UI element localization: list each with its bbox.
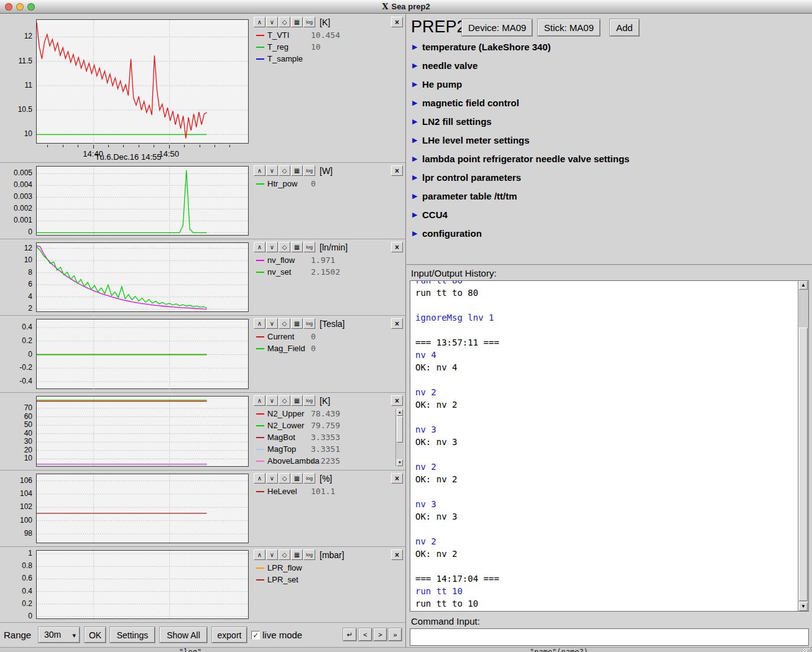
- section-ccu4[interactable]: ▶CCU4: [407, 209, 812, 224]
- chart-unit-label: [ln/min]: [320, 242, 348, 252]
- settings-button[interactable]: Settings: [110, 627, 155, 643]
- legend-color-dash: [256, 58, 264, 60]
- chart-close-button[interactable]: ×: [391, 549, 403, 560]
- y-axis-label: 0.002: [0, 204, 32, 213]
- nav-right-button[interactable]: >: [374, 628, 387, 641]
- chart-autoscale-button[interactable]: ◇: [279, 17, 290, 27]
- pane-divider[interactable]: [407, 264, 812, 265]
- window-titlebar[interactable]: XSea prep2: [0, 0, 812, 14]
- chart-scale-down-button[interactable]: ∨: [266, 549, 278, 560]
- chart-scale-down-button[interactable]: ∨: [266, 318, 278, 329]
- chart-log-button[interactable]: log: [303, 549, 315, 560]
- range-dropdown[interactable]: 30m ▾: [39, 627, 80, 643]
- chart-scale-down-button[interactable]: ∨: [266, 165, 278, 176]
- x-axis-tick: [154, 145, 154, 147]
- ok-button[interactable]: OK: [85, 627, 106, 643]
- chart-log-button[interactable]: log: [303, 17, 315, 27]
- chart-grid-button[interactable]: ▦: [291, 17, 303, 27]
- section-configuration[interactable]: ▶configuration: [407, 227, 812, 242]
- window-title: XSea prep2: [0, 0, 812, 13]
- chart-autoscale-button[interactable]: ◇: [279, 165, 290, 176]
- chart-autoscale-button[interactable]: ◇: [279, 473, 290, 484]
- chart-log-button[interactable]: log: [303, 242, 315, 252]
- chart-scale-down-button[interactable]: ∨: [266, 17, 278, 27]
- chart-grid-button[interactable]: ▦: [291, 395, 303, 406]
- section-lpr-control-parameters[interactable]: ▶lpr control parameters: [407, 172, 812, 186]
- chart-autoscale-button[interactable]: ◇: [279, 549, 290, 560]
- chart-scale-up-button[interactable]: ∧: [254, 17, 265, 27]
- chart-scale-down-button[interactable]: ∨: [266, 242, 278, 252]
- chart-plot-area[interactable]: [36, 242, 249, 312]
- chart-autoscale-button[interactable]: ◇: [279, 395, 290, 406]
- chart-canvas: [37, 319, 249, 390]
- chart-log-button[interactable]: log: [303, 318, 315, 329]
- chart-panel-5: 70605040302010∧∨◇▦log[K]×N2_Upper78.439N…: [0, 393, 405, 471]
- chart-grid-button[interactable]: ▦: [291, 242, 303, 252]
- y-axis-label: 4: [0, 292, 32, 301]
- chart-grid-button[interactable]: ▦: [291, 165, 303, 176]
- nav-end-button[interactable]: »: [389, 628, 402, 641]
- scroll-up-arrow[interactable]: ▲: [799, 281, 808, 290]
- stick-button[interactable]: Stick: MA09: [538, 19, 600, 36]
- section-needle-valve[interactable]: ▶needle valve: [407, 60, 812, 75]
- scroll-down-arrow[interactable]: ▼: [799, 602, 808, 611]
- chart-scale-up-button[interactable]: ∧: [254, 473, 265, 484]
- chart-plot-area[interactable]: [36, 319, 249, 389]
- chart-autoscale-button[interactable]: ◇: [279, 318, 290, 329]
- resize-grip[interactable]: [803, 648, 812, 652]
- nav-jump-to-now-button[interactable]: ↵: [343, 628, 356, 641]
- chart-autoscale-button[interactable]: ◇: [279, 242, 290, 252]
- chart-plot-area[interactable]: [36, 474, 249, 543]
- section-magnetic-field-control[interactable]: ▶magnetic field control: [407, 97, 812, 112]
- chart-scale-up-button[interactable]: ∧: [254, 165, 265, 176]
- chart-close-button[interactable]: ×: [391, 242, 403, 252]
- chart-scale-up-button[interactable]: ∧: [254, 318, 265, 329]
- section-ln2-fill-settings[interactable]: ▶LN2 fill settings: [407, 116, 812, 131]
- chart-scale-up-button[interactable]: ∧: [254, 549, 265, 560]
- live-mode-checkbox[interactable]: ✓: [251, 631, 260, 640]
- chart-log-button[interactable]: log: [303, 473, 315, 484]
- chart-close-button[interactable]: ×: [391, 17, 403, 27]
- chart-close-button[interactable]: ×: [391, 395, 403, 406]
- chart-grid-button[interactable]: ▦: [291, 549, 303, 560]
- chart-close-button[interactable]: ×: [391, 473, 403, 484]
- scrollbar-thumb[interactable]: [397, 416, 403, 443]
- history-scrollbar[interactable]: ▲ ▼: [798, 281, 808, 611]
- chart-grid-button[interactable]: ▦: [291, 473, 303, 484]
- show-all-button[interactable]: Show All: [160, 627, 207, 643]
- chart-grid-button[interactable]: ▦: [291, 318, 303, 329]
- device-button[interactable]: Device: MA09: [462, 19, 532, 36]
- minimize-window-button[interactable]: [16, 3, 24, 11]
- chart-scale-down-button[interactable]: ∨: [266, 473, 278, 484]
- chart-plot-area[interactable]: [36, 166, 249, 236]
- chart-scale-up-button[interactable]: ∧: [254, 242, 265, 252]
- chart-close-button[interactable]: ×: [391, 318, 403, 329]
- legend-scrollbar[interactable]: ▲▼: [395, 409, 404, 466]
- zoom-window-button[interactable]: [27, 3, 35, 11]
- section-lambda-point-refrigerator-needle-valve-s[interactable]: ▶lambda point refrigerator needle valve …: [407, 153, 812, 168]
- command-input[interactable]: [410, 628, 809, 646]
- chart-plot-area[interactable]: [36, 550, 249, 619]
- io-history-box[interactable]: run tt 80run tt to 80 ignoreMsg lnv 1 ==…: [410, 280, 809, 612]
- chart-plot-area[interactable]: [36, 396, 249, 467]
- section-parameter-table-tt-tm[interactable]: ▶parameter table /tt/tm: [407, 190, 812, 205]
- legend-color-dash: [256, 491, 264, 492]
- chart-log-button[interactable]: log: [303, 165, 315, 176]
- chart-scale-up-button[interactable]: ∧: [254, 395, 265, 406]
- nav-left-button[interactable]: <: [359, 628, 372, 641]
- scroll-up-arrow[interactable]: ▲: [397, 409, 403, 416]
- chart-scale-down-button[interactable]: ∨: [266, 395, 278, 406]
- chart-log-button[interactable]: log: [303, 395, 315, 406]
- section-he-pump[interactable]: ▶He pump: [407, 78, 812, 93]
- chart-close-button[interactable]: ×: [391, 165, 403, 176]
- add-button[interactable]: Add: [610, 19, 639, 36]
- x-axis-tick: [229, 145, 230, 147]
- section-lhe-level-meter-settings[interactable]: ▶LHe level meter settings: [407, 134, 812, 149]
- scroll-down-arrow[interactable]: ▼: [397, 459, 403, 466]
- scrollbar-thumb[interactable]: [799, 328, 808, 601]
- chart-plot-area[interactable]: [36, 19, 249, 144]
- close-window-button[interactable]: [5, 3, 12, 11]
- export-button[interactable]: export: [212, 627, 247, 643]
- chart-unit-label: [%]: [320, 474, 332, 484]
- section-temperature-lakeshore-340[interactable]: ▶temperature (LakeShore 340): [407, 41, 812, 56]
